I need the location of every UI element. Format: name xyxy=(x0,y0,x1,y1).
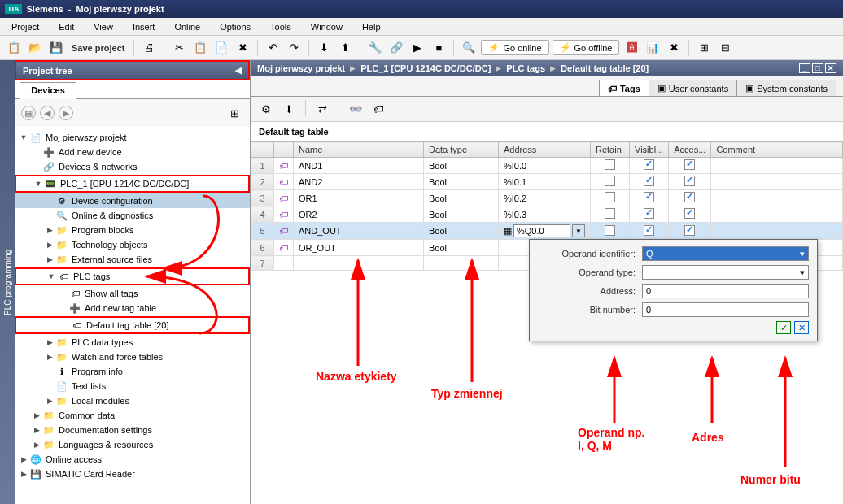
tree-item[interactable]: ▼📄Moj pierwszy projekt xyxy=(15,130,250,145)
tree-item[interactable]: ▶🌐Online access xyxy=(15,452,250,467)
checkbox[interactable] xyxy=(605,159,615,170)
tree-back-icon[interactable]: ◀ xyxy=(40,106,55,120)
tree-item[interactable]: ℹProgram info xyxy=(15,364,250,379)
tree-item[interactable]: 🏷Default tag table [20] xyxy=(16,318,248,332)
paste-icon[interactable]: 📄 xyxy=(212,39,230,57)
ex1-icon[interactable]: ⬇ xyxy=(280,100,298,118)
tree-item[interactable]: ▶📁Program blocks xyxy=(15,223,250,237)
go-offline-button[interactable]: ⚡Go offline xyxy=(553,40,620,55)
expander-icon[interactable]: ▼ xyxy=(34,180,42,188)
delete-icon[interactable]: ✖ xyxy=(234,39,251,57)
col-header[interactable]: Address xyxy=(499,142,591,158)
menu-project[interactable]: Project xyxy=(3,20,47,33)
tree-item[interactable]: 📄Text lists xyxy=(15,379,250,393)
checkbox[interactable] xyxy=(605,192,615,202)
cell-datatype[interactable]: Bool xyxy=(424,174,499,190)
expander-icon[interactable]: ▶ xyxy=(46,255,54,263)
cell-comment[interactable] xyxy=(711,190,843,206)
stop-icon[interactable]: ■ xyxy=(430,39,448,57)
save-icon[interactable]: 💾 xyxy=(47,39,65,57)
cell-name[interactable]: OR2 xyxy=(294,206,424,223)
cell-comment[interactable] xyxy=(711,158,843,174)
expander-icon[interactable]: ▶ xyxy=(33,441,41,449)
checkbox[interactable] xyxy=(605,225,615,236)
project-tree[interactable]: ▼📄Moj pierwszy projekt➕Add new device🔗De… xyxy=(15,127,250,504)
cell-name[interactable]: AND1 xyxy=(294,158,424,174)
expander-icon[interactable]: ▶ xyxy=(20,455,28,463)
col-header[interactable]: Data type xyxy=(424,142,499,158)
compile-icon[interactable]: ⬇ xyxy=(315,39,333,57)
t5-icon[interactable]: ⊟ xyxy=(716,39,734,57)
tree-fwd-icon[interactable]: ▶ xyxy=(59,106,73,120)
menu-online[interactable]: Online xyxy=(166,20,208,33)
cell-address[interactable]: ▦▼ xyxy=(499,223,591,240)
checkbox[interactable] xyxy=(605,208,615,219)
cell-name[interactable]: AND_OUT xyxy=(294,223,424,240)
tree-sync-icon[interactable]: ▦ xyxy=(21,106,36,120)
cell-address[interactable]: %I0.2 xyxy=(499,190,591,206)
ex4-icon[interactable]: 🏷 xyxy=(369,100,387,118)
col-header[interactable] xyxy=(251,142,274,158)
tree-item[interactable]: ▶📁Common data xyxy=(15,408,250,423)
expander-icon[interactable]: ▶ xyxy=(20,470,28,478)
table-row[interactable]: 1🏷AND1Bool%I0.0 xyxy=(251,158,843,174)
menu-tools[interactable]: Tools xyxy=(262,20,299,33)
address-input[interactable] xyxy=(642,284,809,298)
menu-options[interactable]: Options xyxy=(212,20,259,33)
tree-item[interactable]: ▶📁PLC data types xyxy=(15,335,250,350)
download-icon[interactable]: ⬆ xyxy=(336,39,354,57)
checkbox[interactable] xyxy=(684,176,695,186)
address-cell-input[interactable] xyxy=(513,224,570,237)
expander-icon[interactable]: ▶ xyxy=(33,426,41,434)
tree-item[interactable]: ➕Add new tag table xyxy=(15,301,250,315)
close-icon[interactable]: ✕ xyxy=(825,63,836,73)
checkbox[interactable] xyxy=(644,225,654,236)
table-row[interactable]: 2🏷AND2Bool%I0.1 xyxy=(251,174,843,190)
ex3-icon[interactable]: 👓 xyxy=(347,100,365,118)
checkbox[interactable] xyxy=(684,225,695,236)
tree-item[interactable]: ▼🏷PLC tags xyxy=(16,269,248,284)
search-icon[interactable]: 🔍 xyxy=(460,39,478,57)
network-icon[interactable]: 🔗 xyxy=(387,39,405,57)
operand-id-select[interactable]: Q▾ xyxy=(642,246,809,261)
cell-address[interactable]: %I0.3 xyxy=(499,206,591,223)
menu-edit[interactable]: Edit xyxy=(50,20,82,33)
t2-icon[interactable]: 📊 xyxy=(644,39,662,57)
tree-item[interactable]: ▶📁Local modules xyxy=(15,393,250,408)
menu-view[interactable]: View xyxy=(85,20,121,33)
expander-icon[interactable]: ▶ xyxy=(33,411,41,419)
tree-item[interactable]: ⚙Device configuration xyxy=(15,193,250,208)
cell-address[interactable]: %I0.1 xyxy=(499,174,591,190)
checkbox[interactable] xyxy=(644,192,654,202)
crumb-2[interactable]: PLC tags xyxy=(506,63,545,73)
col-header[interactable]: Acces... xyxy=(669,142,711,158)
col-header[interactable]: Visibl... xyxy=(630,142,669,158)
t3-icon[interactable]: ✖ xyxy=(665,39,683,57)
crumb-3[interactable]: Default tag table [20] xyxy=(561,63,649,73)
menu-insert[interactable]: Insert xyxy=(124,20,164,33)
tree-item[interactable]: ➕Add new device xyxy=(15,145,250,159)
cell-name[interactable] xyxy=(294,256,424,271)
plc-programming-strip[interactable]: PLC programming xyxy=(0,60,15,504)
cell-datatype[interactable]: Bool xyxy=(424,240,499,256)
checkbox[interactable] xyxy=(684,192,695,202)
cell-datatype[interactable]: Bool xyxy=(424,190,499,206)
expander-icon[interactable]: ▶ xyxy=(46,353,54,361)
devices-tab[interactable]: Devices xyxy=(20,82,76,99)
checkbox[interactable] xyxy=(684,159,695,170)
tree-item[interactable]: ▶📁Documentation settings xyxy=(15,423,250,437)
expander-icon[interactable]: ▶ xyxy=(46,241,54,249)
redo-icon[interactable]: ↷ xyxy=(285,39,303,57)
table-row[interactable]: 3🏷OR1Bool%I0.2 xyxy=(251,190,843,206)
menu-help[interactable]: Help xyxy=(354,20,389,33)
print-icon[interactable]: 🖨 xyxy=(140,39,158,57)
t1-icon[interactable]: 🅰 xyxy=(622,39,640,57)
col-header[interactable]: Name xyxy=(294,142,424,158)
table-row[interactable]: 5🏷AND_OUTBool▦▼ xyxy=(251,223,843,240)
undo-icon[interactable]: ↶ xyxy=(264,39,282,57)
new-project-icon[interactable]: 📋 xyxy=(5,39,23,57)
cell-comment[interactable] xyxy=(711,223,843,240)
checkbox[interactable] xyxy=(684,208,695,219)
tree-item[interactable]: ▶📁Watch and force tables xyxy=(15,350,250,364)
tree-item[interactable]: ▶📁External source files xyxy=(15,252,250,267)
